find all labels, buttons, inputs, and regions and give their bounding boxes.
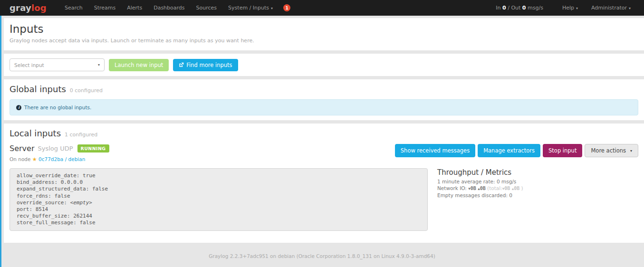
network-io-total-group: (total:▾0B ▴0B ): [487, 185, 523, 191]
star-icon: ★: [32, 156, 37, 162]
page-subtitle: Graylog nodes accept data via inputs. La…: [10, 38, 638, 44]
input-title-line: Server Syslog UDP RUNNING: [10, 144, 109, 153]
config-value: 0.0.0.0: [61, 179, 83, 185]
nav-item-label: Sources: [196, 5, 217, 11]
throughput-out-label: / Out: [508, 5, 520, 11]
input-actions: Show received messages Manage extractors…: [395, 144, 638, 157]
throughput-unit: msg/s: [528, 5, 543, 11]
node-link[interactable]: 0c77d2ba / debian: [38, 156, 85, 162]
find-more-inputs-button[interactable]: Find more inputs: [173, 59, 238, 71]
nav-item-streams[interactable]: Streams: [88, 5, 122, 11]
throughput-metrics-panel: Throughput / Metrics 1 minute average ra…: [437, 168, 523, 231]
config-line: port: 8514: [17, 206, 421, 213]
caret-down-icon: ▾: [629, 6, 631, 10]
stop-input-button[interactable]: Stop input: [543, 144, 582, 157]
nav-menu: Search Streams Alerts Dashboards Sources…: [59, 4, 290, 11]
throughput-in-value: 0: [502, 5, 506, 11]
page-header-section: Inputs Graylog nodes accept data via inp…: [4, 18, 644, 50]
logo-text-log: log: [31, 3, 47, 13]
config-line: recv_buffer_size: 262144: [17, 213, 421, 219]
select-input-dropdown[interactable]: Select input ▾: [10, 58, 105, 71]
nav-item-user-administrator[interactable]: Administrator▾: [585, 5, 637, 11]
window-edge-highlight: [0, 16, 1, 267]
input-type: Syslog UDP: [38, 145, 73, 152]
total-close-label: ): [521, 185, 523, 191]
throughput-out-value: 0: [522, 5, 526, 11]
more-actions-button[interactable]: More actions▾: [585, 144, 638, 157]
nav-item-help[interactable]: Help▾: [556, 5, 585, 11]
alert-text: There are no global inputs.: [24, 105, 91, 110]
nav-item-label: Alerts: [127, 5, 142, 11]
graylog-logo[interactable]: graylog: [10, 3, 47, 13]
metric-empty-messages-line: Empty messages discarded: 0: [437, 192, 523, 199]
local-inputs-section: Local inputs1 configured Server Syslog U…: [4, 124, 644, 243]
config-value: false: [92, 186, 108, 192]
input-row-header: Server Syslog UDP RUNNING On node ★ 0c77…: [10, 144, 638, 162]
nav-item-sources[interactable]: Sources: [191, 5, 223, 11]
manage-extractors-button[interactable]: Manage extractors: [478, 144, 540, 157]
total-down-value: 0B: [504, 186, 510, 191]
launch-button-label: Launch new input: [115, 62, 163, 68]
config-value: 262144: [73, 213, 92, 219]
throughput-indicator: In 0 / Out 0 msg/s: [496, 5, 543, 11]
config-line: force_rdns: false: [17, 193, 421, 200]
network-io-down-value: 0B: [471, 186, 476, 191]
nav-item-dashboards[interactable]: Dashboards: [148, 5, 190, 11]
config-key: override_source:: [17, 200, 67, 206]
find-button-label: Find more inputs: [186, 62, 232, 68]
config-line: override_source: <empty>: [17, 200, 421, 206]
total-up-value: 0B: [514, 186, 519, 191]
config-value: false: [79, 219, 95, 226]
on-node-line: On node ★ 0c77d2ba / debian: [10, 156, 109, 162]
global-inputs-count: 0 configured: [70, 87, 103, 94]
input-configuration-box: allow_override_date: true bind_address: …: [10, 168, 428, 231]
nav-item-label: Administrator: [591, 5, 627, 11]
local-inputs-title: Local inputs: [10, 128, 61, 138]
show-received-messages-button[interactable]: Show received messages: [395, 144, 475, 157]
nav-item-label: Dashboards: [154, 5, 184, 11]
local-inputs-count: 1 configured: [65, 132, 97, 138]
config-value: <empty>: [70, 200, 92, 206]
config-line: allow_override_date: true: [17, 172, 421, 179]
caret-down-icon: ▾: [576, 6, 578, 10]
throughput-in-label: In: [496, 5, 500, 11]
config-key: force_rdns:: [17, 193, 51, 199]
select-input-placeholder: Select input: [14, 62, 44, 68]
no-global-inputs-alert: i There are no global inputs.: [10, 99, 638, 115]
nav-item-search[interactable]: Search: [59, 5, 88, 11]
config-key: recv_buffer_size:: [17, 213, 70, 219]
notification-badge[interactable]: 1: [283, 4, 290, 11]
config-key: store_full_message:: [17, 219, 77, 226]
global-inputs-section: Global inputs0 configured i There are no…: [4, 79, 644, 120]
metric-network-io-line: Network IO: ▾0B ▴0B (total:▾0B ▴0B ): [437, 185, 523, 192]
caret-down-icon: ▾: [630, 149, 632, 153]
launch-new-input-button[interactable]: Launch new input: [109, 59, 169, 71]
nav-item-alerts[interactable]: Alerts: [121, 5, 148, 11]
config-key: expand_structured_data:: [17, 186, 89, 192]
nav-right-group: In 0 / Out 0 msg/s Help▾ Administrator▾: [496, 5, 637, 11]
nav-item-label: Search: [65, 5, 83, 11]
nav-item-label: Help: [562, 5, 574, 11]
config-value: 8514: [36, 206, 48, 212]
global-inputs-title: Global inputs: [10, 84, 66, 94]
status-badge-running: RUNNING: [77, 144, 109, 153]
config-key: bind_address:: [17, 179, 58, 185]
config-key: allow_override_date:: [17, 172, 79, 179]
input-detail-row: allow_override_date: true bind_address: …: [10, 168, 638, 231]
config-value: false: [54, 193, 70, 199]
version-footer: Graylog 2.2.3+7adc951 on debian (Oracle …: [0, 246, 644, 266]
logo-text-gray: gray: [10, 3, 31, 13]
config-line: store_full_message: false: [17, 219, 421, 226]
caret-down-icon: ▾: [98, 63, 100, 67]
nav-item-label: System / Inputs: [228, 5, 269, 11]
external-link-icon: [179, 62, 184, 67]
nav-item-system-inputs[interactable]: System / Inputs▾: [222, 5, 279, 11]
info-icon: i: [16, 105, 21, 110]
total-open-label: (total:: [487, 185, 502, 191]
config-key: port:: [17, 206, 32, 212]
nav-item-label: Streams: [94, 5, 116, 11]
page-title: Inputs: [10, 23, 638, 35]
config-line: bind_address: 0.0.0.0: [17, 179, 421, 186]
more-actions-label: More actions: [591, 147, 626, 154]
config-value: true: [83, 172, 96, 179]
